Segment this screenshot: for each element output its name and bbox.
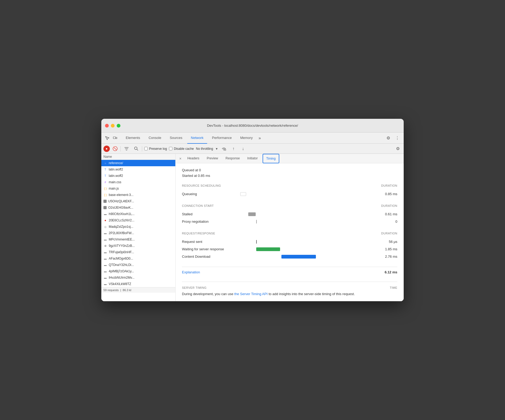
list-item[interactable]: ▬ h90CtfziXluvh1L...	[101, 211, 175, 217]
throttle-select[interactable]: No throttling	[196, 147, 213, 151]
stalled-label: Stalled	[182, 212, 235, 216]
connection-start-header: Connection Start DURATION	[182, 204, 397, 208]
tab-initiator[interactable]: Initiator	[244, 154, 261, 163]
tab-elements[interactable]: Elements	[122, 133, 144, 144]
file-name: h90CtfziXluvh1L...	[109, 212, 173, 216]
section-title: Connection Start	[182, 204, 214, 207]
tab-network[interactable]: Network	[187, 133, 207, 144]
record-button[interactable]: ●	[103, 146, 110, 152]
timing-row-waiting: Waiting for server response 1.85 ms	[182, 246, 397, 253]
network-settings-icon[interactable]: ⚙	[394, 145, 402, 152]
upload-icon[interactable]: ↑	[230, 145, 237, 152]
explanation-link[interactable]: Explanation	[182, 270, 200, 274]
file-list: Name ■ reference/ T latin.woff2 T latin.…	[101, 154, 176, 301]
font-icon: T	[103, 168, 107, 171]
server-timing-desc-before: During development, you can use	[182, 292, 234, 296]
gear-file-icon: ⚙	[103, 244, 107, 248]
close-button[interactable]	[105, 124, 109, 128]
svg-rect-0	[113, 137, 116, 139]
img-icon	[103, 206, 107, 209]
tab-timing[interactable]: Timing	[263, 154, 280, 163]
file-name: VSk4XiLkW8TZ	[109, 282, 173, 286]
more-options-icon[interactable]: ⋮	[394, 134, 401, 142]
tab-preview[interactable]: Preview	[204, 154, 221, 163]
file-name: IHvzbNUIrm2Mv...	[109, 276, 173, 279]
list-item[interactable]: ⚙ 9gzXiTYY0nZzB...	[101, 243, 175, 249]
list-item[interactable]: ▬ VSk4XiLkW8TZ	[101, 281, 175, 287]
file-icon: ▬	[103, 212, 107, 216]
minimize-button[interactable]	[111, 124, 115, 128]
device-toolbar-icon[interactable]	[112, 135, 118, 141]
list-item[interactable]: O2sIJEHG9avK...	[101, 204, 175, 211]
tab-sources[interactable]: Sources	[166, 133, 186, 144]
list-item[interactable]: ◎ MadqZsIZpo1sj...	[101, 224, 175, 230]
stalled-bar	[248, 212, 256, 216]
proxy-bar	[256, 220, 257, 224]
proxy-duration: 0	[376, 220, 397, 224]
explanation-row: Explanation 6.12 ms	[182, 267, 397, 277]
download-bar	[281, 255, 316, 259]
inspect-icon[interactable]	[104, 135, 110, 141]
file-name: O2sIJEHG9avK...	[108, 206, 173, 209]
tab-performance[interactable]: Performance	[208, 133, 235, 144]
list-item[interactable]: ▬ QTDnaY32hLDi...	[101, 262, 175, 268]
queued-at: Queued at 0	[182, 168, 397, 173]
list-item[interactable]: ▬ IHvzbNUIrm2Mv...	[101, 274, 175, 281]
list-item[interactable]: ▬ MPcVmmemtEE...	[101, 236, 175, 243]
window-title: DevTools - localhost:8080/docs/devtools/…	[207, 124, 298, 128]
file-icon: ▬	[103, 282, 107, 286]
list-item[interactable]: ▬ 2P2L80XfBoFW...	[101, 230, 175, 236]
download-icon[interactable]: ↓	[239, 145, 247, 152]
timing-row-queueing: Queueing 0.85 ms	[182, 190, 397, 198]
search-icon[interactable]	[132, 145, 140, 152]
list-item[interactable]: ▬ AFacMOgv6D0...	[101, 255, 175, 262]
queueing-label: Queueing	[182, 192, 235, 196]
file-name: latin.woff2	[109, 168, 173, 171]
list-item[interactable]: { } main.js	[101, 185, 175, 192]
list-item[interactable]: T latin.woff2	[101, 166, 175, 173]
server-timing-header: Server Timing TIME	[182, 282, 397, 289]
file-name: 4pIMBj7zOAk1y...	[109, 269, 173, 273]
started-at: Started at 0.85 ms	[182, 173, 397, 179]
list-item[interactable]: ● 20E6CLcSzNV2...	[101, 217, 175, 224]
file-icon: ▬	[103, 238, 107, 241]
section-title: Resource Scheduling	[182, 184, 221, 187]
file-icon: ▬	[103, 231, 107, 235]
maximize-button[interactable]	[117, 124, 120, 128]
file-name: reference/	[109, 161, 173, 165]
clear-button[interactable]: 🚫	[112, 146, 118, 152]
waiting-bar-area	[235, 247, 376, 252]
tab-console[interactable]: Console	[145, 133, 165, 144]
section-title: Request/Response	[182, 232, 215, 235]
file-icon: ▬	[103, 269, 107, 273]
preserve-log-checkbox[interactable]: Preserve log	[144, 147, 167, 151]
list-item[interactable]: ▬ TRFujw0pi0nHF...	[101, 249, 175, 255]
list-item[interactable]: ■ reference/	[101, 160, 175, 166]
tab-headers[interactable]: Headers	[184, 154, 202, 163]
font-icon: T	[103, 174, 107, 178]
tab-memory[interactable]: Memory	[237, 133, 256, 144]
resource-scheduling-section: Resource Scheduling DURATION Queueing 0.…	[182, 184, 397, 198]
list-item[interactable]: U5OHzQL4tEKF...	[101, 198, 175, 204]
main-area: Name ■ reference/ T latin.woff2 T latin.…	[101, 154, 404, 301]
list-item[interactable]: ▬ 4pIMBj7zOAk1y...	[101, 268, 175, 274]
wifi-settings-icon[interactable]	[220, 145, 228, 152]
server-timing-api-link[interactable]: the Server Timing API	[234, 292, 268, 296]
waiting-label: Waiting for server response	[182, 247, 235, 251]
list-item[interactable]: T latin.woff2	[101, 173, 175, 179]
toolbar-separator-1	[120, 146, 121, 151]
filter-icon[interactable]	[123, 145, 130, 152]
tab-response[interactable]: Response	[222, 154, 243, 163]
more-tabs-icon[interactable]: »	[258, 136, 262, 141]
disable-cache-checkbox[interactable]: Disable cache	[169, 147, 194, 151]
file-name: U5OHzQL4tEKF...	[108, 199, 173, 203]
close-detail-button[interactable]: ×	[178, 156, 183, 161]
css-icon: #	[103, 180, 107, 184]
file-name: base-element-3...	[109, 193, 173, 197]
settings-icon[interactable]: ⚙	[385, 134, 392, 142]
list-item[interactable]: # main.css	[101, 179, 175, 185]
throttle-dropdown-icon[interactable]: ▼	[215, 147, 218, 150]
request-sent-bar	[256, 240, 257, 244]
list-item[interactable]: { } base-element-3...	[101, 192, 175, 198]
file-name: AFacMOgv6D0...	[109, 257, 173, 260]
